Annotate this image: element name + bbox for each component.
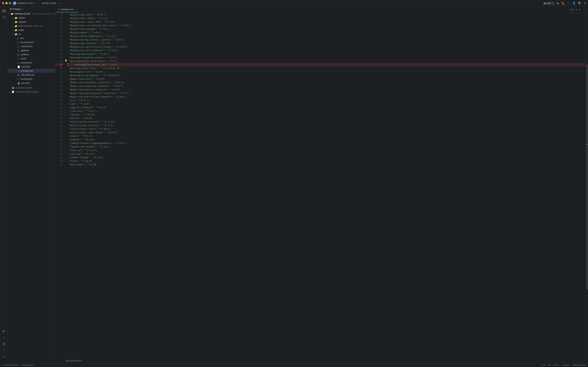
sidebar-item-yarnrc[interactable]: ▸ ≡ .yarnrc: [8, 57, 55, 61]
chevron-down-icon[interactable]: ▼: [579, 8, 581, 11]
sidebar-item-scratches[interactable]: ▸ 📝 Scratches and Consoles: [8, 90, 55, 94]
code-line-26[interactable]: "@types/testing-library__cypress": "^5.0…: [68, 38, 586, 42]
code-line-31[interactable]: "@uniswap/liquidity-staker": "^1.0.2",: [68, 56, 586, 59]
code-line-27[interactable]: "@types/wcag-contrast": "^3.0.0",: [68, 42, 586, 45]
code-line-34[interactable]: "@uniswap/token-lists": "^1.0.0-beta.19"…: [68, 67, 586, 70]
git-icon[interactable]: ⎇: [1, 354, 7, 360]
code-line-53[interactable]: "ethers": "^5.0.7",: [68, 134, 586, 138]
code-line-28[interactable]: "@typescript-eslint/eslint-plugin": "^2.…: [68, 45, 586, 49]
debug-icon-bar[interactable]: ⬡: [1, 334, 7, 341]
git-branch-icon: ⎇: [2, 364, 4, 366]
code-line-61[interactable]: "multicodec": "^2.0.0": [68, 163, 586, 166]
charset[interactable]: UTF-8: [553, 364, 559, 366]
code-line-59[interactable]: "lodash.flatmap": "^4.5.0",: [68, 156, 586, 159]
code-line-40[interactable]: "@web3-react/portis-connector": "^6.0.9"…: [68, 88, 586, 92]
code-line-36[interactable]: "@uniswap/v2-periphery": "^1.1.0-beta.0"…: [68, 74, 586, 77]
sidebar-item-env-production[interactable]: ▸ ≡ .env.production: [8, 40, 55, 44]
code-line-33[interactable]: "@fuming0124/uniswap-sdk": "1.0.0",: [68, 63, 586, 67]
code-line-22[interactable]: "@types/react-virtualized-auto-sizer": "…: [68, 24, 586, 27]
code-line-19[interactable]: "@types/react-dom": "^16.9.7",: [68, 13, 586, 17]
sidebar-item-root[interactable]: ▾ 📁 interface-3.2.20 ~/Downloads/interfa…: [8, 12, 55, 16]
sidebar-item-cypress-json[interactable]: ▸ { } cypress.json: [8, 61, 55, 65]
sidebar-item-env[interactable]: ▸ ≡ .env: [8, 36, 55, 40]
debug-icon[interactable]: 🐛: [562, 2, 565, 5]
sidebar-item-public[interactable]: ▸ 📁 public: [8, 28, 55, 32]
code-line-55[interactable]: "i18next-browser-languagedetector": "^3.…: [68, 141, 586, 145]
code-line-52[interactable]: "eslint-plugin-react-hooks": "^4.0.0",: [68, 131, 586, 134]
profile-icon[interactable]: 👤: [572, 1, 576, 5]
code-line-43[interactable]: "ajv": "^6.12.3",: [68, 99, 586, 102]
sidebar-item-yarn-lock[interactable]: ▸ 🔒 yarn.lock: [8, 81, 55, 85]
more-options-icon[interactable]: ⋮: [567, 1, 570, 5]
code-line-44[interactable]: "cids": "^1.0.0",: [68, 102, 586, 106]
close-button[interactable]: [2, 2, 4, 4]
code-line-37[interactable]: "@web3-react/core": "^6.0.9",: [68, 77, 586, 81]
problems-icon[interactable]: ⚠: [1, 347, 7, 353]
code-line-49[interactable]: "eslint-config-prettier": "^6.11.0",: [68, 120, 586, 124]
project-selector[interactable]: J interface-3.2.20 ▼: [13, 2, 35, 5]
sidebar-item-license[interactable]: ▸ 📄 LICENSE: [8, 65, 55, 69]
code-line-21[interactable]: "@types/react-router-dom": "^5.0.0",: [68, 20, 586, 24]
code-line-41[interactable]: "@web3-react/walletconnect-connector": "…: [68, 92, 586, 95]
cursor-position[interactable]: 33:40: [541, 364, 546, 366]
sidebar-item-prettierrc[interactable]: ▸ { } .prettierrc: [8, 52, 55, 57]
version-control-label[interactable]: Version control: [42, 2, 56, 4]
code-line-29[interactable]: "@typescript-eslint/parser": "^2.31.0",: [68, 49, 586, 52]
run-config-button[interactable]: ▶ start ▼: [543, 1, 555, 5]
structure-icon[interactable]: [1, 14, 7, 20]
sidebar-item-node-modules[interactable]: ▸ 📁 node_modules library root: [8, 24, 55, 28]
more-tab-options-icon[interactable]: ⋮: [583, 8, 586, 11]
play-button[interactable]: ▶: [557, 1, 559, 5]
maximize-button[interactable]: [9, 2, 11, 4]
search-icon[interactable]: 🔍: [578, 2, 581, 5]
code-line-35[interactable]: "@uniswap/v2-core": "1.0.0",: [68, 70, 586, 74]
line-ending[interactable]: LF: [548, 364, 551, 366]
filetype[interactable]: JSON: package: [572, 364, 586, 366]
code-line-32[interactable]: "@uniswap/merkle-distributor": "1.0.1",: [68, 59, 586, 63]
code-line-48[interactable]: "eslint": "^6.8.0",: [68, 116, 586, 120]
chevron-up-icon[interactable]: ▲: [575, 8, 578, 11]
code-line-47[interactable]: "cypress": "^4.11.0",: [68, 113, 586, 116]
code-line-57[interactable]: "inter-ui": "^3.13.1",: [68, 149, 586, 152]
terminal-icon[interactable]: ⬛: [1, 341, 7, 347]
sidebar-item-src[interactable]: ▸ 📁 src: [8, 32, 55, 36]
file-icon-yarn-lock: 🔒: [17, 82, 20, 84]
code-line-25[interactable]: "@types/styled-components": "^5.1.0",: [68, 34, 586, 38]
folder-icon[interactable]: [1, 8, 7, 14]
code-line-45[interactable]: "copy-to-clipboard": "^3.2.0",: [68, 106, 586, 109]
tab-close-button[interactable]: ×: [75, 8, 76, 10]
sidebar-item-package-json[interactable]: ▸ { } package.json: [8, 69, 55, 73]
code-line-58[interactable]: "jazzicon": "^1.5.0",: [68, 152, 586, 156]
code-line-60[interactable]: "luxon": "^1.25.0",: [68, 159, 586, 163]
code-line-23[interactable]: "@types/react-window": "^1.8.2",: [68, 27, 586, 31]
settings-icon[interactable]: ⚙: [584, 2, 586, 5]
indent[interactable]: 2 spaces: [562, 364, 570, 366]
more-icon[interactable]: ⋯: [1, 21, 7, 27]
code-line-51[interactable]: "eslint-plugin-react": "^7.19.0",: [68, 127, 586, 131]
folder-icon: 📁: [15, 21, 17, 23]
sidebar-item-cypress[interactable]: ▸ 📁 cypress: [8, 20, 55, 24]
sidebar-item-external-libraries[interactable]: ▸ 📚 External Libraries: [8, 86, 55, 90]
code-editor[interactable]: 1920212223242526272829303132333435363738…: [55, 13, 588, 359]
run-icon-bar[interactable]: ▶: [1, 328, 7, 334]
code-content[interactable]: "@types/react-dom": "^16.9.7", "@types/r…: [68, 13, 586, 359]
code-line-38[interactable]: "@web3-react/fortmatic-connector": "^6.0…: [68, 81, 586, 84]
scrollbar-thumb[interactable]: [586, 64, 588, 289]
code-line-54[interactable]: "i18next": "^15.0.9",: [68, 138, 586, 141]
code-line-24[interactable]: "@types/rebass": "^4.0.5",: [68, 31, 586, 34]
sidebar-item-eslintrc[interactable]: ▸ { } .eslintrc.json: [8, 44, 55, 49]
sidebar-item-tsconfig[interactable]: ▸ { } tsconfig.json: [8, 77, 55, 81]
tab-package-json[interactable]: { } package.json ×: [55, 7, 79, 12]
code-line-42[interactable]: "@web3-react/walletlink-connector": "^6.…: [68, 95, 586, 99]
right-scrollbar[interactable]: [586, 13, 588, 359]
code-line-39[interactable]: "@web3-react/injected-connector": "^6.0.…: [68, 84, 586, 88]
code-line-56[interactable]: "i18next-xhr-backend": "^2.0.1",: [68, 145, 586, 149]
minimize-button[interactable]: [5, 2, 8, 4]
sidebar-item-gitignore[interactable]: ▸ ⊘ .gitignore: [8, 49, 55, 52]
code-line-30[interactable]: "@uniswap/governance": "^1.0.2",: [68, 52, 586, 56]
sidebar-item-github[interactable]: ▸ 📁 .github: [8, 16, 55, 20]
sidebar-item-readme[interactable]: ▸ M↓ README.md: [8, 73, 55, 77]
code-line-46[interactable]: "cross-env": "^7.0.2",: [68, 109, 586, 113]
code-line-20[interactable]: "@types/react-redux": "^7.1.8",: [68, 17, 586, 20]
code-line-50[interactable]: "eslint-plugin-prettier": "^3.1.3",: [68, 124, 586, 127]
